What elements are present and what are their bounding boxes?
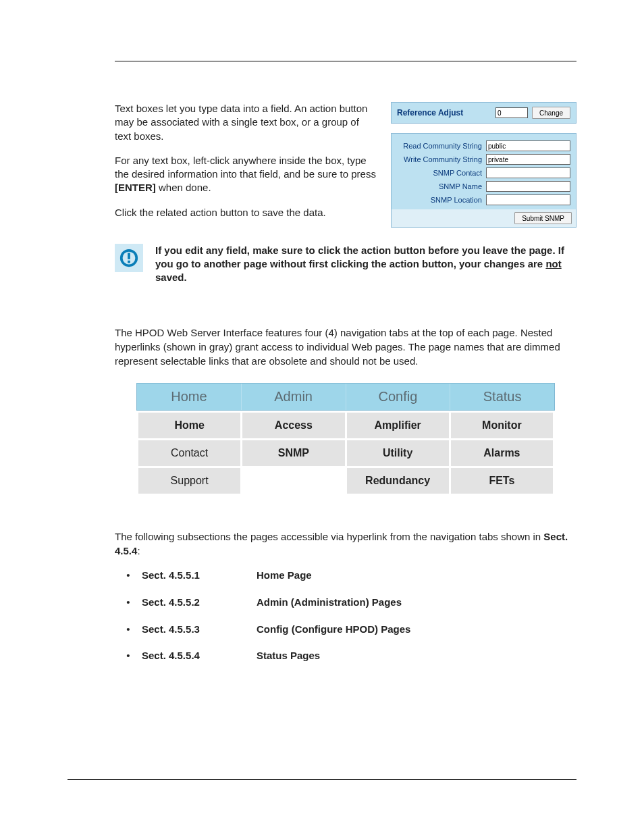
link-access[interactable]: Access <box>242 411 346 439</box>
navigation-figure: Home Admin Config Status Home Access Amp… <box>136 383 555 496</box>
outline-list: Sect. 4.5.5.1 Home Page Sect. 4.5.5.2 Ad… <box>115 568 576 663</box>
intro-paragraph-3: Click the related action button to save … <box>115 206 377 219</box>
link-fets[interactable]: FETs <box>450 467 554 494</box>
nav-description: The HPOD Web Server Interface features f… <box>115 325 576 368</box>
alert-icon <box>115 244 143 272</box>
note-text: If you edit any field, make sure to clic… <box>155 244 576 285</box>
figure-snmp-form: Read Community String Write Community St… <box>391 133 576 228</box>
page-bottom-rule <box>68 779 576 780</box>
read-community-input[interactable] <box>486 140 570 151</box>
link-redundancy[interactable]: Redundancy <box>346 467 450 494</box>
submit-snmp-button[interactable]: Submit SNMP <box>514 212 572 224</box>
link-amplifier[interactable]: Amplifier <box>346 411 450 439</box>
reference-adjust-label: Reference Adjust <box>397 108 491 118</box>
link-support[interactable]: Support <box>138 467 242 494</box>
link-snmp[interactable]: SNMP <box>242 439 346 467</box>
snmp-contact-label: SNMP Contact <box>398 169 482 177</box>
link-home[interactable]: Home <box>138 411 242 439</box>
link-utility[interactable]: Utility <box>346 439 450 467</box>
tab-status[interactable]: Status <box>450 384 554 410</box>
figure-reference-adjust: Reference Adjust Change <box>391 102 576 124</box>
outline-item: Sect. 4.5.5.3 Config (Configure HPOD) Pa… <box>115 622 576 637</box>
tab-home[interactable]: Home <box>137 384 241 410</box>
write-community-input[interactable] <box>486 154 570 165</box>
svg-rect-1 <box>128 253 130 259</box>
page-top-rule <box>115 61 576 61</box>
intro-paragraph-2: For any text box, left-click anywhere in… <box>115 154 377 195</box>
snmp-location-input[interactable] <box>486 194 570 205</box>
snmp-name-input[interactable] <box>486 181 570 192</box>
reference-adjust-input[interactable] <box>495 107 528 118</box>
change-button[interactable]: Change <box>532 107 570 119</box>
snmp-location-label: SNMP Location <box>398 196 482 204</box>
outline-item: Sect. 4.5.5.2 Admin (Administration) Pag… <box>115 595 576 610</box>
outline-item: Sect. 4.5.5.4 Status Pages <box>115 648 576 663</box>
read-community-label: Read Community String <box>398 142 482 150</box>
svg-rect-2 <box>128 261 130 263</box>
intro-paragraph-1: Text boxes let you type data into a fiel… <box>115 102 377 143</box>
link-alarms[interactable]: Alarms <box>450 439 554 467</box>
link-contact[interactable]: Contact <box>138 439 242 467</box>
tab-admin[interactable]: Admin <box>241 384 346 410</box>
snmp-name-label: SNMP Name <box>398 182 482 190</box>
outline-item: Sect. 4.5.5.1 Home Page <box>115 568 576 583</box>
link-monitor[interactable]: Monitor <box>450 411 554 439</box>
nav-links-grid: Home Access Amplifier Monitor Contact SN… <box>136 411 555 496</box>
outline-intro: The following subsections the pages acce… <box>115 529 576 559</box>
tab-config[interactable]: Config <box>346 384 450 410</box>
snmp-contact-input[interactable] <box>486 167 570 178</box>
link-empty <box>242 467 346 494</box>
write-community-label: Write Community String <box>398 155 482 163</box>
